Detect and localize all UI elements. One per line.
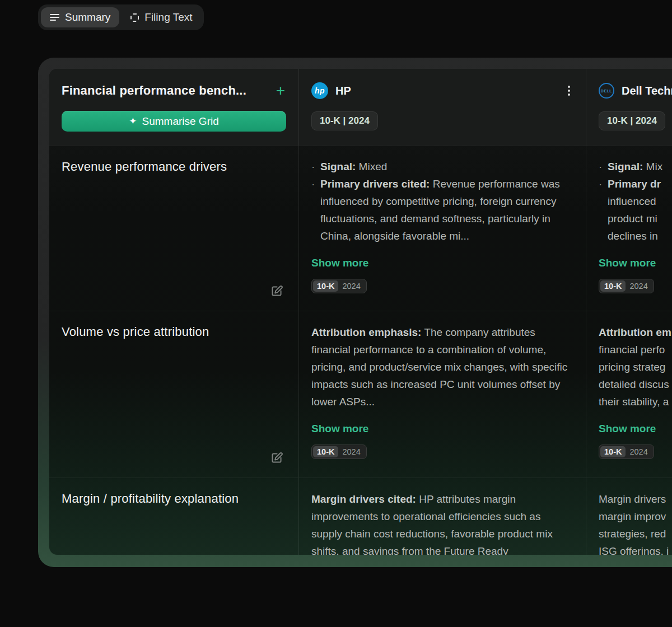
attribution-value: The company attributes financial perform… [311, 326, 567, 408]
citation-type: 10-K [600, 280, 626, 292]
benchmark-grid-card: Financial performance bench... + ✦ Summa… [38, 58, 672, 567]
bullet-dot: · [311, 175, 320, 245]
margin-lead: Margin drivers cited: [311, 493, 416, 505]
text-line: pricing strateg [599, 358, 671, 376]
grid-header-cell: Financial performance bench... + ✦ Summa… [49, 69, 298, 146]
citation-year: 2024 [338, 447, 365, 456]
grid-title: Financial performance bench... [62, 83, 246, 98]
drivers-lead: Primary dr [608, 178, 661, 190]
citation-badge: 10-K 2024 [311, 279, 367, 293]
text-line: financial perfo [599, 341, 671, 358]
text-line: their stability, a [599, 393, 671, 410]
bullet-item: · Signal: Mixed [311, 158, 562, 175]
citation-badge: 10-K 2024 [599, 444, 654, 459]
hp-logo-icon: hp [311, 82, 328, 99]
comparison-grid: Financial performance bench... + ✦ Summa… [49, 69, 672, 555]
bullet-dot: · [599, 158, 608, 175]
add-column-icon[interactable]: + [275, 83, 286, 98]
row-label-revenue: Revenue performance drivers [62, 160, 286, 174]
summarise-grid-button[interactable]: ✦ Summarise Grid [62, 111, 286, 132]
citation-badge: 10-K 2024 [599, 279, 654, 293]
attribution-lead: Attribution emphasis: [311, 326, 421, 338]
tab-filing-text-label: Filing Text [144, 11, 192, 24]
attribution-lead: Attribution em [599, 326, 671, 338]
text-line: margin improv [599, 508, 672, 525]
citation-type: 10-K [313, 280, 338, 292]
grid-panel: Financial performance bench... + ✦ Summa… [49, 69, 672, 555]
summarise-grid-label: Summarise Grid [142, 115, 219, 128]
drivers-lead: Primary drivers cited: [320, 178, 430, 190]
bullet-dot: · [311, 158, 320, 175]
cell-margin-hp: Margin drivers cited: HP attributes marg… [298, 478, 586, 555]
view-tab-bar: Summary Filing Text [38, 4, 204, 30]
row-label-volume: Volume vs price attribution [62, 325, 286, 339]
sparkle-icon: ✦ [129, 115, 137, 127]
text-line: strategies, red [599, 525, 672, 542]
signal-value: Mix [643, 161, 662, 172]
company-header-dell: DELL Dell Technologies 10-K | 2024 [586, 69, 672, 146]
citation-year: 2024 [626, 447, 652, 456]
citation-type: 10-K [600, 446, 626, 457]
row-label-margin: Margin / profitability explanation [62, 492, 286, 506]
signal-lead: Signal: [320, 161, 356, 172]
citation-year: 2024 [626, 282, 652, 291]
text-line: Margin drivers [599, 490, 672, 508]
cell-margin-dell: Margin drivers margin improv strategies,… [586, 478, 672, 555]
filing-badge-dell: 10-K | 2024 [599, 111, 665, 130]
show-more-link[interactable]: Show more [599, 423, 656, 435]
show-more-link[interactable]: Show more [311, 257, 368, 269]
text-line: influenced [599, 193, 662, 210]
row-label-cell-revenue: Revenue performance drivers [49, 146, 298, 311]
show-more-link[interactable]: Show more [311, 423, 368, 435]
column-menu-icon[interactable] [564, 83, 573, 98]
cell-revenue-dell: · Signal: Mix · Primary dr influenced pr… [586, 146, 672, 311]
citation-type: 10-K [313, 446, 338, 457]
edit-row-icon[interactable] [269, 284, 284, 298]
text-line: declines in [599, 227, 662, 245]
text-line: ISG offerings, i [599, 542, 672, 555]
bullet-dot: · [599, 175, 608, 193]
signal-value: Mixed [356, 161, 387, 172]
cell-volume-dell: Attribution em financial perfo pricing s… [586, 311, 672, 478]
filing-text-scan-icon [130, 13, 139, 22]
text-line: detailed discus [599, 376, 671, 393]
summary-lines-icon [50, 14, 59, 21]
tab-summary-label: Summary [65, 11, 110, 24]
citation-badge: 10-K 2024 [311, 444, 367, 459]
filing-badge-hp: 10-K | 2024 [311, 111, 378, 130]
bullet-item: · Primary drivers cited: Revenue perform… [311, 175, 562, 245]
company-name-dell: Dell Technologies [622, 85, 672, 97]
signal-lead: Signal: [608, 161, 643, 172]
tab-summary[interactable]: Summary [41, 7, 119, 27]
tab-filing-text[interactable]: Filing Text [122, 7, 201, 27]
citation-year: 2024 [338, 282, 365, 291]
row-label-cell-margin: Margin / profitability explanation [49, 478, 298, 555]
row-label-cell-volume: Volume vs price attribution [49, 311, 298, 478]
dell-logo-icon: DELL [599, 83, 614, 99]
edit-row-icon[interactable] [269, 451, 284, 465]
cell-revenue-hp: · Signal: Mixed · Primary drivers cited:… [298, 146, 586, 311]
company-name-hp: HP [335, 85, 351, 97]
cell-volume-hp: Attribution emphasis: The company attrib… [298, 311, 586, 478]
company-header-hp: hp HP 10-K | 2024 [298, 69, 586, 146]
text-line: product mi [599, 210, 662, 227]
show-more-link[interactable]: Show more [599, 257, 656, 269]
